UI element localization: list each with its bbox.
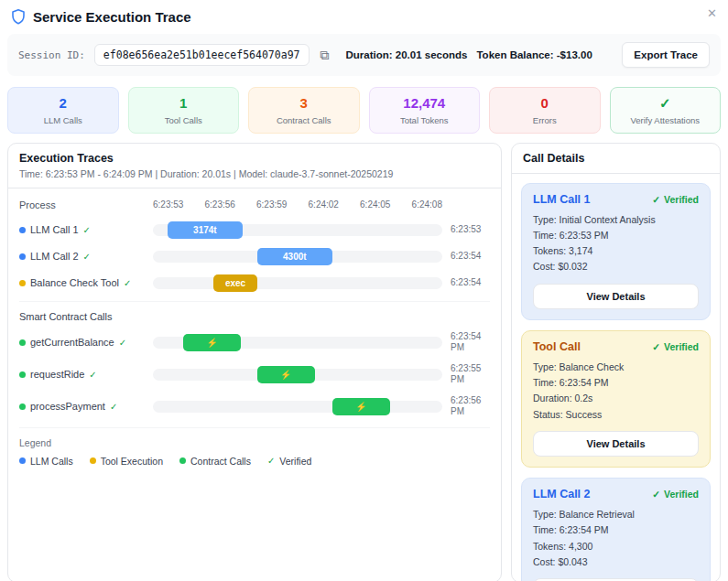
timeline-track: exec: [153, 277, 442, 289]
trace-row: getCurrentBalance✓⚡6:23:54 PM: [19, 331, 490, 354]
trace-row: processPayment✓⚡6:23:56 PM: [19, 395, 490, 418]
smart-contract-section-label: Smart Contract Calls: [19, 311, 490, 322]
legend: LLM CallsTool ExecutionContract Calls✓Ve…: [19, 456, 490, 467]
trace-row-label: getCurrentBalance✓: [19, 337, 153, 348]
verified-badge: ✓Verified: [652, 194, 699, 205]
verified-badge: ✓Verified: [652, 489, 699, 500]
trace-name: LLM Call 1: [30, 224, 79, 235]
check-icon: ✓: [652, 489, 660, 500]
traces-body: Process 6:23:536:23:566:23:596:24:026:24…: [8, 188, 501, 476]
session-bar: Session ID: ef08e656ea2e51b01eecef564070…: [7, 34, 721, 76]
legend-item-label: Contract Calls: [190, 456, 251, 467]
card-header: Tool Call✓Verified: [533, 340, 699, 353]
detail-line: Tokens: 4,300: [533, 539, 699, 554]
card-llm-call-2: LLM Call 2✓VerifiedType: Balance Retriev…: [521, 478, 711, 581]
check-icon: ✓: [652, 194, 660, 205]
stat-errors: 0Errors: [489, 87, 601, 134]
check-icon: ✓: [614, 96, 717, 112]
timeline-bar[interactable]: ⚡: [257, 366, 315, 383]
trace-name: getCurrentBalance: [30, 337, 114, 348]
detail-line: Time: 6:23:53 PM: [533, 228, 699, 243]
stat-value: 2: [12, 96, 114, 112]
card-header: LLM Call 1✓Verified: [533, 193, 699, 206]
timeline-track: 4300t: [153, 251, 442, 263]
stat-value: 0: [494, 96, 596, 112]
trace-row: Balance Check Tool✓exec6:23:54: [19, 274, 490, 292]
stat-label: Tool Calls: [133, 115, 235, 125]
card-title: LLM Call 2: [533, 488, 591, 500]
legend-item: ✓Verified: [267, 456, 311, 467]
trace-row-label: LLM Call 1✓: [19, 224, 153, 235]
export-trace-button[interactable]: Export Trace: [622, 42, 710, 68]
legend-item: Contract Calls: [179, 456, 251, 467]
stat-label: Total Tokens: [374, 115, 476, 125]
close-icon[interactable]: ✕: [707, 6, 717, 20]
legend-item-label: Tool Execution: [101, 456, 163, 467]
llm-tool-rows: LLM Call 1✓3174t6:23:53LLM Call 2✓4300t6…: [19, 221, 490, 292]
tick-label: 6:23:53: [153, 199, 183, 210]
verify-attestations-button[interactable]: ✓Verify Attestations: [610, 87, 722, 134]
view-details-button[interactable]: View Details: [533, 431, 699, 457]
trace-time: 6:23:54: [442, 277, 490, 289]
legend-item-label: LLM Calls: [30, 456, 73, 467]
series-dot: [19, 371, 26, 378]
divider: [19, 427, 490, 428]
series-dot: [19, 253, 26, 260]
lightning-icon: ⚡: [280, 370, 291, 380]
detail-line: Cost: $0.043: [533, 554, 699, 570]
lightning-icon: ⚡: [355, 402, 366, 412]
stat-contract-calls: 3Contract Calls: [248, 87, 360, 134]
session-duration: Duration: 20.01 seconds: [346, 49, 468, 60]
view-details-button[interactable]: View Details: [533, 284, 699, 309]
traces-meta: Time: 6:23:53 PM - 6:24:09 PM | Duration…: [19, 168, 490, 179]
series-dot: [19, 403, 26, 410]
legend-dot: [19, 457, 26, 464]
stats-row: 2LLM Calls1Tool Calls3Contract Calls12,4…: [7, 87, 721, 134]
verified-check-icon: ✓: [83, 252, 91, 262]
page-title: Service Execution Trace: [33, 9, 191, 25]
legend-dot: [179, 457, 186, 464]
verified-check-icon: ✓: [124, 278, 131, 288]
detail-line: Status: Success: [533, 407, 699, 423]
timeline-bar[interactable]: exec: [213, 274, 256, 292]
timeline-track: ⚡: [153, 369, 442, 381]
timeline-track: ⚡: [153, 401, 442, 413]
timeline-bar[interactable]: 4300t: [257, 248, 332, 265]
call-details-cards: LLM Call 1✓VerifiedType: Initial Context…: [512, 174, 720, 581]
detail-line: Time: 6:23:54 PM: [533, 522, 699, 538]
trace-name: Balance Check Tool: [30, 277, 119, 288]
timeline-track: 3174t: [153, 224, 442, 236]
main-content: Execution Traces Time: 6:23:53 PM - 6:24…: [7, 143, 721, 581]
copy-icon[interactable]: ⧉: [319, 48, 331, 63]
traces-title: Execution Traces: [19, 152, 490, 165]
detail-line: Type: Balance Retrieval: [533, 507, 699, 522]
series-dot: [19, 339, 26, 346]
trace-name: processPayment: [30, 401, 105, 412]
trace-time: 6:23:54 PM: [442, 331, 490, 354]
traces-panel-header: Execution Traces Time: 6:23:53 PM - 6:24…: [8, 144, 501, 188]
verified-check-icon: ✓: [267, 456, 275, 466]
card-title: LLM Call 1: [533, 193, 591, 206]
shield-icon: [11, 8, 26, 25]
tick-label: 6:24:08: [412, 199, 442, 210]
card-tool-call: Tool Call✓VerifiedType: Balance CheckTim…: [521, 330, 711, 468]
detail-line: Type: Balance Check: [533, 360, 699, 375]
trace-time: 6:23:54: [442, 251, 490, 263]
trace-time: 6:23:56 PM: [442, 395, 490, 418]
timeline-bar[interactable]: ⚡: [183, 334, 241, 351]
verified-label: Verified: [664, 194, 699, 205]
trace-time: 6:23:55 PM: [442, 363, 490, 386]
stat-label: Verify Attestations: [614, 115, 717, 125]
trace-name: requestRide: [30, 369, 84, 380]
card-details: Type: Balance RetrievalTime: 6:23:54 PMT…: [533, 507, 699, 570]
tick-label: 6:23:59: [256, 199, 287, 210]
check-icon: ✓: [652, 341, 660, 352]
verified-label: Verified: [664, 489, 699, 500]
process-column-label: Process: [19, 199, 153, 210]
tick-label: 6:23:56: [205, 199, 235, 210]
detail-line: Type: Initial Context Analysis: [533, 212, 699, 228]
timeline-ticks: 6:23:536:23:566:23:596:24:026:24:056:24:…: [153, 199, 442, 210]
trace-row-label: requestRide✓: [19, 369, 153, 380]
timeline-bar[interactable]: ⚡: [332, 398, 390, 415]
timeline-bar[interactable]: 3174t: [168, 221, 243, 239]
